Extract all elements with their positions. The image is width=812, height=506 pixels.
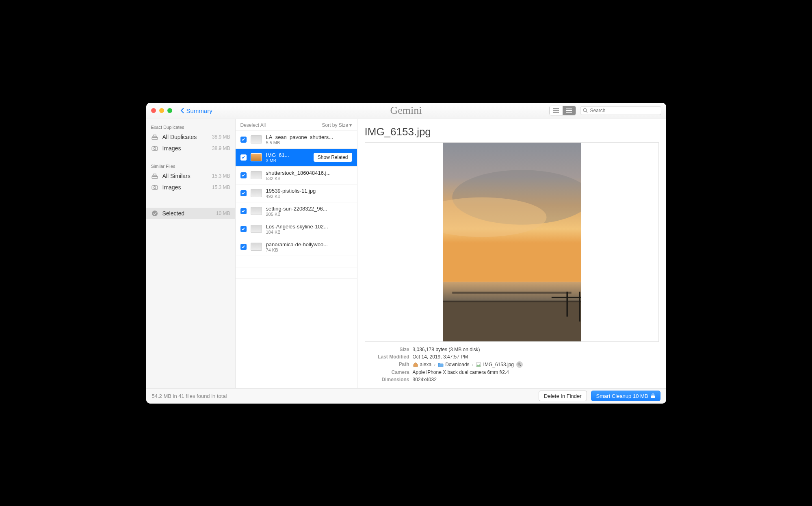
- svg-point-18: [154, 148, 156, 150]
- path-segment-file[interactable]: IMG_6153.jpg: [476, 362, 514, 367]
- file-list-rows[interactable]: LA_sean_pavone_shutters...5.5 MBIMG_61..…: [236, 131, 357, 388]
- svg-point-38: [518, 363, 520, 365]
- show-related-button[interactable]: Show Related: [314, 153, 352, 162]
- smart-cleanup-button[interactable]: Smart Cleanup 10 MB: [591, 391, 660, 401]
- stack-icon: [151, 134, 158, 140]
- row-meta: setting-sun-2208322_96...205 KB: [266, 206, 352, 217]
- zoom-window-button[interactable]: [167, 108, 172, 113]
- svg-rect-33: [452, 291, 571, 293]
- path-segment-home[interactable]: alexa: [413, 362, 432, 367]
- sidebar-section-exact: Exact Duplicates: [146, 122, 235, 131]
- path-segment-folder[interactable]: Downloads: [438, 362, 469, 367]
- svg-rect-1: [555, 108, 557, 109]
- svg-rect-31: [443, 302, 581, 341]
- file-row[interactable]: IMG_61...3 MBShow Related: [236, 149, 357, 167]
- sidebar-item-size: 15.3 MB: [212, 173, 230, 179]
- row-filename: panoramica-de-hollywoo...: [266, 241, 352, 248]
- search-field[interactable]: [580, 106, 661, 115]
- row-filesize: 184 KB: [266, 230, 352, 235]
- row-checkbox[interactable]: [240, 137, 247, 143]
- svg-rect-36: [579, 291, 580, 321]
- file-row[interactable]: shutterstock_186048416.j...532 KB: [236, 167, 357, 185]
- file-row[interactable]: 19539-pistiolis-11.jpg492 KB: [236, 185, 357, 202]
- check-circle-icon: [151, 210, 158, 217]
- camera-icon: [151, 146, 158, 151]
- row-checkbox[interactable]: [240, 226, 247, 232]
- svg-rect-14: [152, 137, 158, 139]
- svg-point-12: [583, 109, 587, 112]
- svg-point-24: [154, 187, 156, 189]
- file-row[interactable]: panoramica-de-hollywoo...74 KB: [236, 238, 357, 256]
- row-checkbox[interactable]: [240, 172, 247, 178]
- file-row[interactable]: Los-Angeles-skyline-102...184 KB: [236, 220, 357, 238]
- delete-in-finder-button[interactable]: Delete In Finder: [539, 391, 587, 401]
- sidebar-item-size: 15.3 MB: [212, 185, 230, 190]
- footer: 54.2 MB in 41 files found in total Delet…: [146, 388, 666, 404]
- path-separator: ›: [472, 362, 474, 367]
- search-icon: [518, 363, 521, 366]
- row-checkbox[interactable]: [240, 190, 247, 196]
- path-separator: ›: [434, 362, 435, 367]
- svg-rect-8: [557, 112, 559, 113]
- row-meta: IMG_61...3 MB: [266, 152, 310, 163]
- list-view-button[interactable]: [563, 106, 576, 115]
- row-meta: panoramica-de-hollywoo...74 KB: [266, 241, 352, 252]
- sort-menu[interactable]: Sort by Size ▾: [322, 122, 352, 128]
- detail-value-size: 3,036,178 bytes (3 MB on disk): [413, 347, 659, 352]
- window-controls: [151, 108, 172, 113]
- close-window-button[interactable]: [151, 108, 156, 113]
- svg-rect-32: [443, 300, 581, 302]
- row-checkbox[interactable]: [240, 208, 247, 214]
- main-area: Exact Duplicates All Duplicates 38.9 MB …: [146, 119, 666, 388]
- row-thumbnail: [251, 207, 262, 215]
- svg-rect-7: [555, 112, 557, 113]
- chevron-left-icon: [180, 108, 184, 113]
- row-thumbnail: [251, 135, 262, 143]
- sidebar-item-selected[interactable]: Selected 10 MB: [146, 208, 235, 219]
- grid-view-button[interactable]: [550, 106, 563, 115]
- deselect-all-button[interactable]: Deselect All: [240, 122, 266, 128]
- row-filename: Los-Angeles-skyline-102...: [266, 224, 352, 230]
- sidebar-item-all-duplicates[interactable]: All Duplicates 38.9 MB: [146, 131, 235, 143]
- back-to-summary-button[interactable]: Summary: [180, 107, 212, 114]
- svg-rect-34: [551, 296, 580, 298]
- row-thumbnail: [251, 225, 262, 233]
- svg-rect-3: [553, 110, 555, 111]
- detail-label-camera: Camera: [365, 369, 409, 375]
- svg-line-39: [520, 365, 521, 366]
- svg-rect-5: [557, 110, 559, 111]
- detail-value-modified: Oct 14, 2019, 3:47:57 PM: [413, 354, 659, 360]
- sidebar-item-label: Images: [162, 184, 208, 191]
- sidebar-item-size: 38.9 MB: [212, 134, 230, 140]
- preview-title: IMG_6153.jpg: [365, 126, 659, 138]
- home-icon: [413, 362, 418, 367]
- sidebar-item-images-dup[interactable]: Images 38.9 MB: [146, 143, 235, 154]
- search-icon: [583, 108, 588, 113]
- file-list-empty-row: [236, 267, 357, 279]
- row-thumbnail: [251, 153, 262, 161]
- row-filename: shutterstock_186048416.j...: [266, 170, 352, 176]
- app-window: Summary Gemini: [146, 103, 666, 404]
- row-filesize: 492 KB: [266, 194, 352, 199]
- sidebar-item-size: 10 MB: [216, 211, 230, 216]
- sidebar: Exact Duplicates All Duplicates 38.9 MB …: [146, 119, 236, 388]
- row-checkbox[interactable]: [240, 244, 247, 250]
- svg-rect-0: [553, 108, 555, 109]
- reveal-in-finder-button[interactable]: [516, 361, 523, 368]
- file-row[interactable]: setting-sun-2208322_96...205 KB: [236, 202, 357, 220]
- row-thumbnail: [251, 171, 262, 179]
- sidebar-item-size: 38.9 MB: [212, 146, 230, 151]
- search-input[interactable]: [590, 108, 658, 113]
- row-filename: setting-sun-2208322_96...: [266, 206, 352, 212]
- app-logo: Gemini: [390, 104, 422, 117]
- grid-icon: [553, 108, 559, 113]
- row-checkbox[interactable]: [240, 154, 247, 161]
- sidebar-item-all-similars[interactable]: All Similars 15.3 MB: [146, 170, 235, 182]
- minimize-window-button[interactable]: [159, 108, 164, 113]
- row-filesize: 5.5 MB: [266, 140, 352, 145]
- preview-image-container: [365, 142, 659, 342]
- sidebar-item-images-sim[interactable]: Images 15.3 MB: [146, 182, 235, 193]
- file-row[interactable]: LA_sean_pavone_shutters...5.5 MB: [236, 131, 357, 149]
- detail-label-size: Size: [365, 347, 409, 352]
- sidebar-item-label: All Similars: [162, 173, 208, 179]
